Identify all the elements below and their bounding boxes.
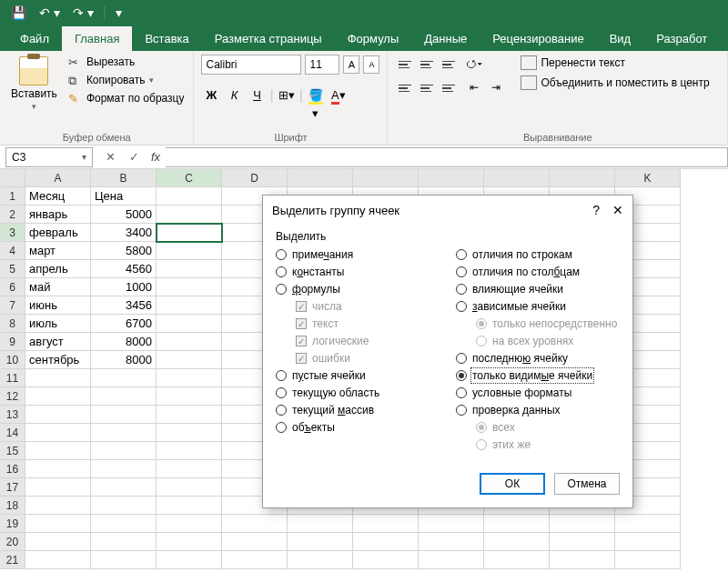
col-header-[interactable] [550,169,615,187]
cell-C9[interactable] [157,333,222,351]
dialog-titlebar[interactable]: Выделить группу ячеек ? ✕ [263,196,632,225]
align-top-button[interactable] [395,55,415,75]
cell-F20[interactable] [353,533,419,551]
row-header-9[interactable]: 9 [0,333,25,351]
radio-current-region[interactable]: текущую область [276,386,440,399]
row-header-18[interactable]: 18 [0,497,25,515]
dialog-close-button[interactable]: ✕ [612,203,623,217]
radio-last-cell[interactable]: последнюю ячейку [456,352,620,365]
cancel-formula-button[interactable]: ✕ [98,150,122,164]
row-header-17[interactable]: 17 [0,478,25,497]
cell-C8[interactable] [157,315,222,333]
tab-view[interactable]: Вид [597,26,644,51]
cell-C7[interactable] [157,296,222,315]
cell-E19[interactable] [288,515,353,533]
align-left-button[interactable] [395,78,415,98]
ok-button[interactable]: ОК [480,473,545,495]
col-header-[interactable] [484,169,550,187]
row-header-15[interactable]: 15 [0,442,25,460]
increase-font-button[interactable]: A [343,55,359,74]
cell-C5[interactable] [157,260,222,278]
radio-objects[interactable]: объекты [276,421,440,434]
cell-B18[interactable] [91,497,157,515]
radio-col-diffs[interactable]: отличия по столбцам [456,266,620,278]
cell-C18[interactable] [157,497,222,515]
radio-comments[interactable]: примечания [276,248,440,261]
cell-E20[interactable] [288,533,353,551]
redo-icon[interactable]: ↷ ▾ [69,5,97,20]
align-right-button[interactable] [439,78,459,98]
row-header-5[interactable]: 5 [0,260,25,278]
cell-A8[interactable]: июль [25,315,91,333]
cell-E21[interactable] [288,551,353,569]
cell-G20[interactable] [419,533,484,551]
fill-color-button[interactable]: 🪣▾ [306,85,326,105]
row-header-4[interactable]: 4 [0,242,25,260]
cell-B17[interactable] [91,478,157,497]
font-color-button[interactable]: A▾ [329,85,349,105]
cell-A17[interactable] [25,478,91,497]
row-header-16[interactable]: 16 [0,460,25,478]
cell-C6[interactable] [157,278,222,296]
cancel-button[interactable]: Отмена [554,473,620,495]
cell-A14[interactable] [25,424,91,442]
row-header-6[interactable]: 6 [0,278,25,296]
italic-button[interactable]: К [224,85,244,105]
radio-current-array[interactable]: текущий массив [276,404,440,416]
cell-A12[interactable] [25,387,91,406]
cell-B6[interactable]: 1000 [91,278,157,296]
enter-formula-button[interactable]: ✓ [122,150,146,164]
cell-A9[interactable]: август [25,333,91,351]
cell-I19[interactable] [550,515,615,533]
cell-D20[interactable] [222,533,288,551]
cell-B4[interactable]: 5800 [91,242,157,260]
dialog-help-button[interactable]: ? [592,203,600,217]
cell-B8[interactable]: 6700 [91,315,157,333]
cell-B9[interactable]: 8000 [91,333,157,351]
cell-B14[interactable] [91,424,157,442]
cell-A21[interactable] [25,551,91,569]
decrease-font-button[interactable]: A [363,55,379,74]
col-header-A[interactable]: A [25,169,91,187]
row-header-20[interactable]: 20 [0,533,25,551]
cell-C15[interactable] [157,442,222,460]
cell-B10[interactable]: 8000 [91,351,157,369]
cell-C14[interactable] [157,424,222,442]
cell-C21[interactable] [157,551,222,569]
undo-icon[interactable]: ↶ ▾ [35,5,64,20]
col-header-K[interactable]: K [615,169,681,187]
cell-A2[interactable]: январь [25,206,91,224]
tab-insert[interactable]: Вставка [132,26,201,51]
format-painter-button[interactable]: Формат по образцу [66,91,187,105]
cell-B3[interactable]: 3400 [91,224,157,242]
tab-page-layout[interactable]: Разметка страницы [202,26,335,51]
row-header-3[interactable]: 3 [0,224,25,242]
cell-J20[interactable] [615,533,681,551]
col-header-[interactable] [288,169,353,187]
cell-B20[interactable] [91,533,157,551]
cell-C2[interactable] [157,206,222,224]
radio-dependents[interactable]: зависимые ячейки [456,300,620,313]
cell-A18[interactable] [25,497,91,515]
col-header-B[interactable]: B [91,169,157,187]
radio-row-diffs[interactable]: отличия по строкам [456,248,620,261]
row-header-1[interactable]: 1 [0,187,25,206]
copy-button[interactable]: Копировать▾ [66,73,187,87]
cell-B11[interactable] [91,369,157,387]
cell-G19[interactable] [419,515,484,533]
cell-B7[interactable]: 3456 [91,296,157,315]
tab-file[interactable]: Файл [7,26,62,51]
font-name-input[interactable] [201,55,301,75]
cell-C19[interactable] [157,515,222,533]
radio-precedents[interactable]: влияющие ячейки [456,283,620,296]
cut-button[interactable]: Вырезать [66,55,187,69]
cell-B15[interactable] [91,442,157,460]
row-header-14[interactable]: 14 [0,424,25,442]
cell-H21[interactable] [484,551,550,569]
cell-B13[interactable] [91,406,157,424]
cell-C12[interactable] [157,387,222,406]
col-header-[interactable] [353,169,419,187]
cell-A15[interactable] [25,442,91,460]
wrap-text-button[interactable]: Перенести текст [519,55,711,71]
merge-center-button[interactable]: Объединить и поместить в центр [519,75,711,91]
